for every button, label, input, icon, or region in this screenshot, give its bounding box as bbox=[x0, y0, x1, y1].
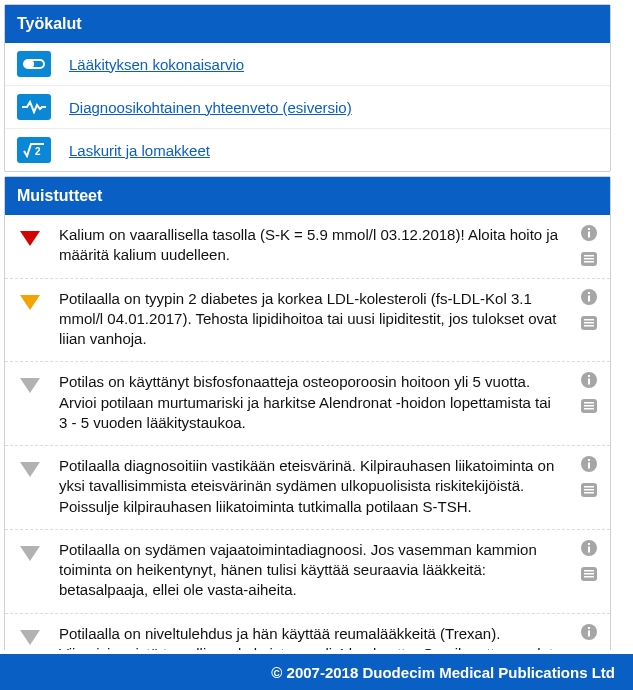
tools-panel: Työkalut Lääkityksen kokonaisarvio Diagn… bbox=[4, 4, 611, 172]
severity-icon bbox=[15, 540, 45, 561]
tool-item-medication-review[interactable]: Lääkityksen kokonaisarvio bbox=[5, 43, 610, 86]
svg-rect-15 bbox=[584, 322, 594, 324]
svg-rect-14 bbox=[584, 319, 594, 321]
svg-rect-16 bbox=[584, 325, 594, 327]
svg-rect-30 bbox=[584, 492, 594, 494]
severity-icon bbox=[15, 289, 45, 310]
info-icon[interactable] bbox=[579, 622, 599, 642]
reminder-text: Potilaalla on sydämen vajaatoimintadiagn… bbox=[59, 540, 600, 601]
svg-rect-33 bbox=[588, 543, 590, 545]
reminder-item: Potilaalla on sydämen vajaatoimintadiagn… bbox=[5, 530, 610, 614]
reminder-text: Potilaalla diagnosoitiin vastikään eteis… bbox=[59, 456, 600, 517]
reminders-panel: Muistutteet Kalium on vaarallisella taso… bbox=[4, 176, 611, 650]
svg-rect-1 bbox=[24, 60, 34, 68]
svg-rect-32 bbox=[588, 546, 590, 552]
reminder-item: Potilaalla on tyypin 2 diabetes ja korke… bbox=[5, 279, 610, 363]
severity-icon bbox=[15, 372, 45, 393]
severity-icon bbox=[15, 456, 45, 477]
svg-rect-12 bbox=[588, 292, 590, 294]
svg-rect-37 bbox=[584, 576, 594, 578]
svg-rect-28 bbox=[584, 486, 594, 488]
info-icon[interactable] bbox=[579, 370, 599, 390]
reminders-header: Muistutteet bbox=[5, 177, 610, 215]
svg-rect-8 bbox=[584, 258, 594, 260]
svg-rect-39 bbox=[588, 630, 590, 636]
svg-rect-9 bbox=[584, 261, 594, 263]
reminder-item: Potilas on käyttänyt bisfosfonaatteja os… bbox=[5, 362, 610, 446]
list-icon[interactable] bbox=[579, 313, 599, 333]
svg-rect-21 bbox=[584, 402, 594, 404]
list-icon[interactable] bbox=[579, 480, 599, 500]
list-icon[interactable] bbox=[579, 564, 599, 584]
reminder-text: Potilas on käyttänyt bisfosfonaatteja os… bbox=[59, 372, 600, 433]
reminder-text: Potilaalla on tyypin 2 diabetes ja korke… bbox=[59, 289, 600, 350]
main-scroll-area[interactable]: Työkalut Lääkityksen kokonaisarvio Diagn… bbox=[0, 0, 615, 650]
tool-link-label[interactable]: Diagnoosikohtainen yhteenveto (esiversio… bbox=[69, 99, 352, 116]
reminder-text: Kalium on vaarallisella tasolla (S-K = 5… bbox=[59, 225, 600, 266]
severity-icon bbox=[15, 225, 45, 246]
svg-rect-18 bbox=[588, 379, 590, 385]
svg-rect-11 bbox=[588, 295, 590, 301]
svg-rect-40 bbox=[588, 627, 590, 629]
svg-rect-25 bbox=[588, 463, 590, 469]
reminder-item: Potilaalla on niveltulehdus ja hän käytt… bbox=[5, 614, 610, 651]
tool-item-diagnosis-summary[interactable]: Diagnoosikohtainen yhteenveto (esiversio… bbox=[5, 86, 610, 129]
svg-rect-35 bbox=[584, 570, 594, 572]
wave-icon bbox=[17, 94, 51, 120]
svg-rect-22 bbox=[584, 405, 594, 407]
svg-rect-5 bbox=[588, 228, 590, 230]
svg-rect-36 bbox=[584, 573, 594, 575]
svg-rect-4 bbox=[588, 232, 590, 238]
svg-rect-29 bbox=[584, 489, 594, 491]
svg-rect-23 bbox=[584, 408, 594, 410]
tool-link-label[interactable]: Laskurit ja lomakkeet bbox=[69, 142, 210, 159]
info-icon[interactable] bbox=[579, 223, 599, 243]
footer-copyright: © 2007-2018 Duodecim Medical Publication… bbox=[0, 654, 633, 690]
list-icon[interactable] bbox=[579, 396, 599, 416]
svg-text:2: 2 bbox=[35, 146, 41, 157]
info-icon[interactable] bbox=[579, 454, 599, 474]
svg-rect-26 bbox=[588, 459, 590, 461]
list-icon[interactable] bbox=[579, 249, 599, 269]
info-icon[interactable] bbox=[579, 287, 599, 307]
tool-item-calculators-forms[interactable]: 2 Laskurit ja lomakkeet bbox=[5, 129, 610, 171]
tools-header: Työkalut bbox=[5, 5, 610, 43]
reminder-text: Potilaalla on niveltulehdus ja hän käytt… bbox=[59, 624, 600, 651]
svg-rect-7 bbox=[584, 255, 594, 257]
reminder-item: Potilaalla diagnosoitiin vastikään eteis… bbox=[5, 446, 610, 530]
info-icon[interactable] bbox=[579, 538, 599, 558]
pill-icon bbox=[17, 51, 51, 77]
sqrt-icon: 2 bbox=[17, 137, 51, 163]
reminder-item: Kalium on vaarallisella tasolla (S-K = 5… bbox=[5, 215, 610, 279]
tool-link-label[interactable]: Lääkityksen kokonaisarvio bbox=[69, 56, 244, 73]
severity-icon bbox=[15, 624, 45, 645]
svg-rect-19 bbox=[588, 375, 590, 377]
list-icon[interactable] bbox=[579, 648, 599, 651]
